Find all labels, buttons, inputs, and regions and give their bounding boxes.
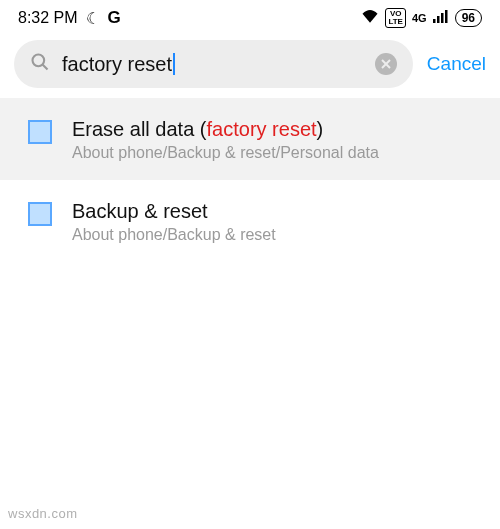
wifi-icon <box>361 9 379 27</box>
svg-rect-3 <box>445 10 448 23</box>
result-path: About phone/Backup & reset/Personal data <box>72 144 478 162</box>
watermark: wsxdn.com <box>8 506 78 521</box>
svg-rect-1 <box>437 16 440 23</box>
result-title: Backup & reset <box>72 198 478 224</box>
svg-rect-0 <box>433 19 436 23</box>
result-title: Erase all data (factory reset) <box>72 116 478 142</box>
text-cursor <box>173 53 175 75</box>
result-path: About phone/Backup & reset <box>72 226 478 244</box>
search-icon <box>30 52 50 76</box>
search-result[interactable]: Erase all data (factory reset) About pho… <box>0 98 500 180</box>
result-icon <box>28 120 52 144</box>
result-body: Erase all data (factory reset) About pho… <box>72 116 478 162</box>
search-query-text: factory reset <box>62 53 172 76</box>
svg-line-5 <box>43 65 48 70</box>
search-input[interactable]: factory reset <box>62 53 363 76</box>
battery-indicator: 96 <box>455 9 482 27</box>
result-title-highlight: factory reset <box>207 118 317 140</box>
search-result[interactable]: Backup & reset About phone/Backup & rese… <box>0 180 500 262</box>
network-label: 4G <box>412 12 427 24</box>
volte-icon: VOLTE <box>385 8 406 28</box>
svg-rect-2 <box>441 13 444 23</box>
result-title-post: ) <box>317 118 324 140</box>
cancel-button[interactable]: Cancel <box>427 53 486 75</box>
signal-icon <box>433 9 449 27</box>
status-left: 8:32 PM ☾ G <box>18 8 121 28</box>
search-box[interactable]: factory reset <box>14 40 413 88</box>
clear-icon[interactable] <box>375 53 397 75</box>
status-bar: 8:32 PM ☾ G VOLTE 4G 96 <box>0 0 500 32</box>
svg-point-4 <box>33 55 45 67</box>
result-icon <box>28 202 52 226</box>
result-body: Backup & reset About phone/Backup & rese… <box>72 198 478 244</box>
google-icon: G <box>108 8 121 28</box>
status-right: VOLTE 4G 96 <box>361 8 482 28</box>
status-time: 8:32 PM <box>18 9 78 27</box>
search-row: factory reset Cancel <box>0 32 500 98</box>
moon-icon: ☾ <box>86 9 100 28</box>
result-title-pre: Backup & reset <box>72 200 208 222</box>
result-title-pre: Erase all data ( <box>72 118 207 140</box>
